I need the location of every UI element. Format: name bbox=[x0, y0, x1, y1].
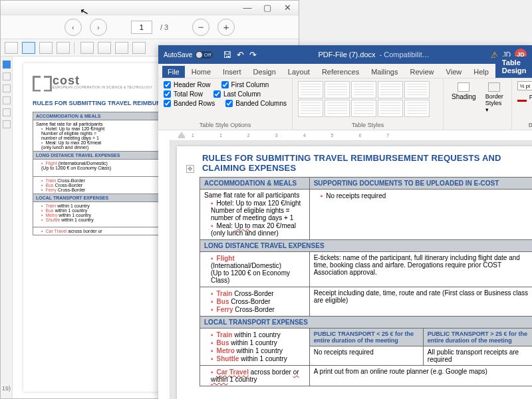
tab-file[interactable]: File bbox=[162, 66, 185, 78]
close-button[interactable]: ✕ bbox=[280, 3, 295, 13]
header-row-checkbox[interactable]: Header Row bbox=[164, 81, 211, 88]
table-style-swatch[interactable] bbox=[351, 100, 376, 117]
border-styles-button[interactable]: Border Styles ▾ bbox=[483, 81, 506, 114]
table-header[interactable]: LONG DISTANCE TRAVEL EXPENSES bbox=[200, 240, 533, 252]
document-page[interactable]: RULES FOR SUBMITTING TRAVEL REIMBURSEMEN… bbox=[177, 146, 532, 399]
maximize-button[interactable]: ▢ bbox=[260, 3, 275, 13]
ribbon-group-borders: ½ pt Pen Color ▾ Borders bbox=[512, 78, 532, 130]
sidebar-tool-icon[interactable] bbox=[3, 72, 11, 80]
table-cell[interactable]: Train Cross-Border Bus Cross-Border Ferr… bbox=[200, 287, 310, 317]
prev-page-button[interactable]: ‹ bbox=[65, 19, 82, 36]
table-cell[interactable]: A print out from an online route planner… bbox=[309, 366, 532, 386]
tab-mailings[interactable]: Mailings bbox=[366, 66, 403, 78]
banded-columns-checkbox[interactable]: Banded Columns bbox=[225, 100, 287, 107]
undo-icon[interactable]: ↶ bbox=[237, 50, 244, 60]
table-style-swatch[interactable] bbox=[298, 100, 323, 117]
tab-view[interactable]: View bbox=[441, 66, 467, 78]
view-mode-icon[interactable] bbox=[22, 42, 35, 54]
shading-swatch-icon bbox=[458, 82, 469, 92]
ribbon-group-shading-borders: Shading Border Styles ▾ bbox=[444, 78, 512, 130]
first-column-checkbox[interactable]: First Column bbox=[221, 81, 269, 88]
table-styles-gallery[interactable] bbox=[298, 81, 438, 117]
toggle-off-icon[interactable]: Off bbox=[195, 51, 213, 59]
table-cell[interactable]: Receipt including date, time, route and … bbox=[309, 287, 532, 317]
table-header[interactable]: ACCOMMODATION & MEALS bbox=[200, 178, 310, 190]
table-style-swatch[interactable] bbox=[351, 81, 376, 98]
save-icon[interactable]: 🖫 bbox=[223, 50, 231, 60]
horizontal-ruler[interactable]: 11234567 bbox=[158, 130, 532, 141]
total-row-checkbox[interactable]: Total Row bbox=[164, 90, 203, 98]
view-mode-icon[interactable] bbox=[132, 42, 146, 54]
doc-heading[interactable]: RULES FOR SUBMITTING TRAVEL REIMBURSEMEN… bbox=[202, 153, 532, 173]
pdf-titlebar: — ▢ ✕ bbox=[1, 1, 299, 15]
table-cell[interactable]: No receipts required bbox=[309, 190, 532, 240]
table-subheader[interactable]: PUBLIC TRANSPORT < 25 € for the entire d… bbox=[309, 329, 423, 346]
table-cell[interactable]: All public transport receipts are requir… bbox=[423, 346, 532, 366]
banded-rows-checkbox[interactable]: Banded Rows bbox=[164, 100, 215, 107]
pdf-sidebar: 19) bbox=[1, 57, 13, 398]
quick-access-toolbar: 🖫 ↶ ↷ bbox=[223, 50, 257, 60]
tab-layout[interactable]: Layout bbox=[283, 66, 315, 78]
table-style-swatch[interactable] bbox=[298, 81, 323, 98]
table-header[interactable]: SUPPORTING DOCUMENTS TO BE UPLOADED IN E… bbox=[309, 178, 532, 190]
table-style-swatch[interactable] bbox=[404, 81, 430, 98]
table-cell[interactable]: Same flat rate for all participants Hote… bbox=[200, 190, 310, 240]
border-styles-icon bbox=[488, 82, 500, 92]
tab-insert[interactable]: Insert bbox=[217, 66, 247, 78]
ribbon-group-label: Table Style Options bbox=[164, 120, 287, 128]
sidebar-tool-icon[interactable] bbox=[3, 84, 11, 92]
tab-home[interactable]: Home bbox=[186, 66, 216, 78]
tab-design[interactable]: Design bbox=[248, 66, 281, 78]
view-mode-icon[interactable] bbox=[5, 42, 18, 54]
table-anchor-icon[interactable]: ✥ bbox=[186, 165, 194, 173]
table-style-swatch[interactable] bbox=[378, 100, 403, 117]
view-mode-icon[interactable] bbox=[80, 42, 94, 54]
sidebar-tool-icon[interactable] bbox=[3, 96, 11, 104]
table-cell[interactable]: Flight (International/Domestic)(Up to 12… bbox=[200, 252, 310, 287]
table-style-swatch[interactable] bbox=[325, 81, 350, 98]
redo-icon[interactable]: ↷ bbox=[249, 50, 257, 60]
view-mode-icon[interactable] bbox=[57, 42, 70, 54]
table-style-swatch[interactable] bbox=[325, 100, 350, 117]
ribbon-group-style-options: Header Row First Column Total Row Last C… bbox=[158, 78, 293, 130]
next-page-button[interactable]: › bbox=[90, 19, 107, 36]
table-style-swatch[interactable] bbox=[404, 100, 430, 117]
pen-color-button[interactable]: Pen Color ▾ bbox=[517, 92, 532, 102]
pdf-toolbar: ‹ › 1 / 3 − + bbox=[1, 15, 299, 39]
cost-logo-icon bbox=[33, 74, 49, 89]
table-cell[interactable]: Train within 1 country Bus within 1 coun… bbox=[200, 329, 310, 366]
table-cell[interactable]: No receipts required bbox=[309, 346, 423, 366]
shading-button[interactable]: Shading bbox=[449, 81, 479, 102]
zoom-out-button[interactable]: − bbox=[192, 19, 209, 36]
line-weight-selector[interactable]: ½ pt bbox=[517, 81, 532, 90]
last-column-checkbox[interactable]: Last Column bbox=[213, 90, 261, 98]
zoom-in-button[interactable]: + bbox=[217, 19, 235, 36]
ribbon-tabs: File Home Insert Design Layout Reference… bbox=[158, 64, 532, 78]
tab-references[interactable]: References bbox=[317, 66, 364, 78]
view-mode-icon[interactable] bbox=[115, 42, 128, 54]
sidebar-page-label: 19) bbox=[2, 382, 11, 398]
rules-table[interactable]: ACCOMMODATION & MEALS SUPPORTING DOCUMEN… bbox=[200, 177, 532, 386]
tab-review[interactable]: Review bbox=[405, 66, 440, 78]
word-window: AutoSave Off 🖫 ↶ ↷ PDF-File (7).docx- Co… bbox=[158, 45, 532, 399]
vertical-ruler[interactable] bbox=[158, 140, 170, 399]
tab-table-design[interactable]: Table Design bbox=[495, 57, 532, 78]
autosave-toggle[interactable]: AutoSave Off bbox=[164, 51, 213, 59]
autosave-label: AutoSave bbox=[164, 51, 192, 59]
sidebar-tool-icon[interactable] bbox=[3, 108, 11, 116]
table-cell[interactable]: E-tickets: name of the participant, full… bbox=[309, 252, 532, 287]
word-titlebar: AutoSave Off 🖫 ↶ ↷ PDF-File (7).docx- Co… bbox=[158, 45, 532, 64]
minimize-button[interactable]: — bbox=[240, 3, 255, 13]
thumbnail-icon[interactable] bbox=[3, 61, 11, 68]
page-number-input[interactable]: 1 bbox=[131, 21, 152, 34]
table-style-swatch[interactable] bbox=[378, 81, 403, 98]
view-mode-icon[interactable] bbox=[39, 42, 53, 54]
document-area[interactable]: RULES FOR SUBMITTING TRAVEL REIMBURSEMEN… bbox=[158, 141, 532, 399]
document-title: PDF-File (7).docx- Compatibilit… bbox=[263, 51, 483, 59]
table-cell[interactable]: Car Travel across border or within 1 cou… bbox=[200, 366, 310, 386]
table-header[interactable]: LOCAL TRANSPORT EXPENSES bbox=[200, 317, 533, 329]
tab-help[interactable]: Help bbox=[468, 66, 494, 78]
sidebar-tool-icon[interactable] bbox=[3, 120, 11, 128]
table-subheader[interactable]: PUBLIC TRANSPORT > 25 € for the entire d… bbox=[423, 329, 532, 346]
view-mode-icon[interactable] bbox=[98, 42, 111, 54]
